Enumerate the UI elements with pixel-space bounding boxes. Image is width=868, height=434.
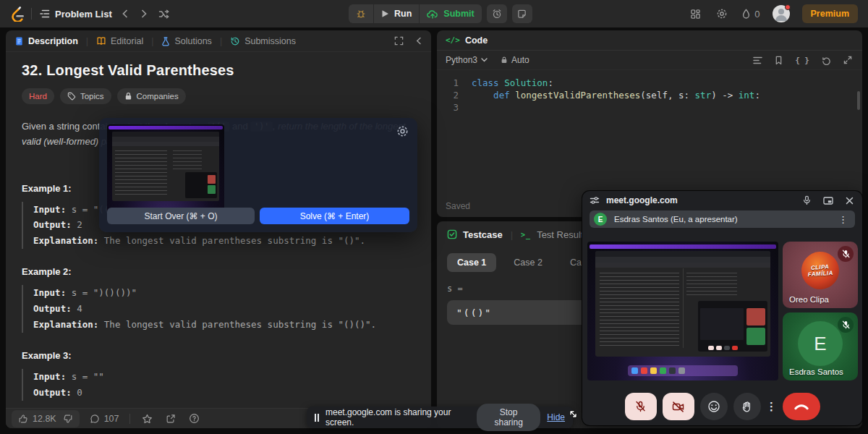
debug-button[interactable] (349, 4, 373, 23)
line-number: 2 (437, 89, 459, 101)
terminal-icon: >_ (521, 231, 531, 239)
submit-button[interactable]: Submit (420, 4, 481, 23)
language-selector[interactable]: Python3 (446, 55, 488, 65)
popup-settings-button[interactable] (396, 125, 409, 137)
tab-testcase[interactable]: Testcase (447, 229, 503, 240)
notes-button[interactable] (512, 4, 532, 23)
explanation-label: Explanation: (33, 235, 98, 246)
presenter-options-button[interactable]: ⋮ (835, 214, 851, 225)
leetcode-logo[interactable] (10, 6, 24, 22)
tab-solutions[interactable]: Solutions (160, 35, 213, 48)
expand-panel-button[interactable] (393, 35, 405, 47)
dislike-button[interactable] (63, 414, 73, 424)
comments-count: 107 (104, 414, 119, 424)
problem-list-button[interactable]: Problem List (39, 9, 112, 20)
auto-toggle[interactable]: Auto (501, 55, 529, 65)
case-2-button[interactable]: Case 2 (503, 253, 553, 272)
topics-label: Topics (80, 92, 104, 101)
timer-button[interactable] (487, 4, 507, 23)
tab-test-result[interactable]: >_ Test Result (521, 229, 583, 240)
mini-text-lines (115, 150, 167, 195)
brackets-button[interactable]: { } (793, 54, 811, 67)
lock-icon (124, 92, 132, 101)
bookmark-button[interactable] (773, 54, 784, 67)
solve-button[interactable]: Solve (⌘ + Enter) (260, 208, 409, 224)
top-navbar: Problem List Run Submit (0, 0, 868, 27)
meet-pip-button[interactable] (822, 195, 835, 206)
mic-off-icon (842, 250, 850, 258)
question-icon (189, 413, 200, 424)
tab-separator: | (220, 36, 222, 46)
tab-test-result-label: Test Result (537, 229, 583, 240)
camera-off-button[interactable] (663, 393, 694, 420)
explore-grid-button[interactable] (689, 7, 702, 21)
meet-close-button[interactable] (844, 195, 855, 206)
settings-gear-button[interactable] (715, 7, 729, 21)
chevron-down-icon (481, 58, 488, 62)
format-code-button[interactable] (752, 55, 764, 66)
run-submit-segment: Run Submit (349, 4, 482, 23)
code-token: : (548, 77, 553, 88)
share-button[interactable] (164, 412, 177, 425)
reset-code-button[interactable] (820, 54, 833, 67)
code-editor[interactable]: 1 class Solution: 2 def longestValidPare… (437, 70, 862, 114)
run-button[interactable]: Run (374, 4, 419, 23)
start-over-button[interactable]: Start Over (⌘ + O) (107, 208, 255, 224)
tab-submissions[interactable]: Submissions (229, 35, 297, 48)
panel-controls (393, 35, 424, 47)
like-button[interactable]: 12.8K (18, 414, 56, 424)
meet-mic-button[interactable] (801, 194, 812, 207)
comments-button[interactable]: 107 (90, 414, 119, 424)
mini-participant-green (746, 328, 765, 345)
editor-scrollbar[interactable] (857, 91, 860, 110)
mini-participant-green (208, 185, 216, 194)
mini-tab-strip (112, 132, 219, 137)
mic-muted-badge (838, 317, 854, 333)
problem-tags: Hard Topics Companies (22, 88, 415, 104)
collapse-panel-button[interactable] (414, 35, 424, 46)
case-1-button[interactable]: Case 1 (447, 253, 496, 272)
mini-dock-icon (678, 367, 685, 374)
favorite-star-button[interactable] (140, 412, 154, 425)
mini-menubar (590, 244, 776, 249)
mini-control (716, 346, 722, 350)
mic-muted-badge (838, 246, 854, 262)
hide-link[interactable]: Hide (547, 412, 565, 422)
mic-off-button[interactable] (625, 393, 657, 420)
chevron-left-icon (415, 37, 422, 45)
more-options-button[interactable]: ⋮ (767, 393, 777, 420)
mini-site-navbar (112, 142, 219, 146)
chevron-left-icon (121, 9, 129, 18)
reactions-button[interactable] (700, 393, 728, 420)
next-problem-button[interactable] (138, 8, 150, 20)
code-token: str (695, 90, 712, 101)
end-call-button[interactable] (783, 393, 820, 420)
code-line: 1 class Solution: (437, 77, 862, 89)
thumbs-up-icon (18, 414, 28, 424)
topics-tag[interactable]: Topics (60, 88, 111, 104)
gear-icon (396, 125, 409, 137)
shuffle-icon (158, 9, 169, 19)
input-label: Input: (33, 287, 66, 298)
tab-description[interactable]: Description (13, 35, 80, 48)
participant-tile-esdras[interactable]: E Esdras Santos (783, 312, 858, 380)
saved-status: Saved (446, 201, 470, 211)
participant-tile-oreo[interactable]: CLIPA FAMÍLIA Oreo Clipa (783, 242, 858, 308)
code-token: int (739, 90, 755, 101)
example-line: Output: 4 (33, 301, 415, 317)
raise-hand-button[interactable] (733, 393, 761, 420)
stop-sharing-button[interactable]: Stop sharing (477, 404, 540, 431)
tab-editorial[interactable]: Editorial (95, 35, 145, 48)
companies-tag[interactable]: Companies (117, 88, 186, 104)
mini-dock-icon (631, 367, 638, 374)
premium-button[interactable]: Premium (802, 4, 859, 23)
raised-hand-icon (741, 401, 752, 413)
streak-counter[interactable]: 0 (741, 9, 760, 20)
help-button[interactable] (187, 412, 201, 425)
maximize-editor-button[interactable] (842, 54, 854, 66)
camera-off-icon (672, 401, 684, 412)
user-avatar[interactable] (773, 5, 790, 22)
random-problem-button[interactable] (157, 8, 171, 20)
prev-problem-button[interactable] (119, 8, 131, 20)
submit-label: Submit (443, 9, 474, 19)
